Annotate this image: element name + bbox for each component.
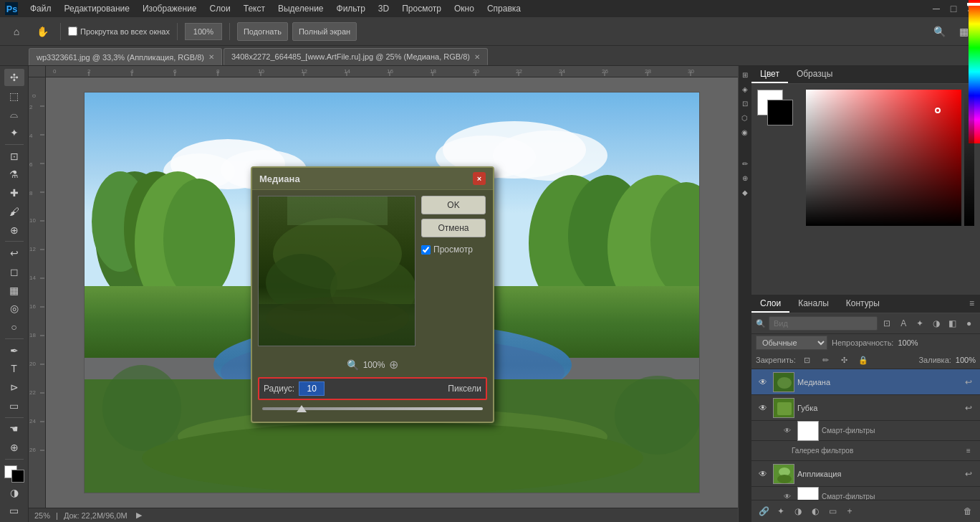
layer-name-filter[interactable]: A [897, 316, 911, 331]
mini-icon-5[interactable]: ◉ [739, 126, 751, 138]
mini-icon-6[interactable]: ✏ [739, 158, 751, 169]
type-tool[interactable]: T [4, 361, 24, 378]
modal-cancel-button[interactable]: Отмена [421, 219, 486, 237]
layer-type-filter[interactable]: ⊡ [880, 316, 894, 331]
modal-close-button[interactable]: × [473, 172, 486, 185]
fullscreen-button[interactable]: Полный экран [292, 22, 357, 41]
quick-mask-tool[interactable]: ◑ [4, 484, 24, 501]
tab-2[interactable]: 3408x2272_664485_[www.ArtFile.ru].jpg @ … [224, 48, 488, 65]
radius-slider-thumb[interactable] [297, 405, 307, 412]
brush-tool[interactable]: 🖌 [4, 203, 24, 220]
layer-smart-filters-2[interactable]: 👁 Смарт-фильтры [751, 487, 980, 500]
mini-icon-4[interactable]: ⬡ [739, 112, 751, 123]
hand-tool[interactable]: ☚ [4, 421, 24, 438]
mini-icon-8[interactable]: ◆ [739, 186, 751, 198]
tab-samples[interactable]: Образцы [788, 66, 841, 83]
screen-mode[interactable]: ▭ [4, 502, 24, 519]
add-layer-btn[interactable]: + [842, 503, 858, 519]
scroll-all-checkbox[interactable] [68, 27, 77, 36]
layer-smart-filters-1[interactable]: 👁 Смарт-фильтры [751, 421, 980, 441]
tab-layers[interactable]: Слои [751, 295, 789, 313]
marquee-tool[interactable]: ⬚ [4, 87, 24, 105]
blur-tool[interactable]: ◎ [4, 300, 24, 318]
add-adjustment-btn[interactable]: ◐ [807, 503, 823, 519]
radius-slider-track[interactable] [262, 407, 483, 410]
zoom-input[interactable] [185, 23, 222, 40]
lock-all-btn[interactable]: 🔒 [856, 353, 870, 367]
eraser-tool[interactable]: ◻ [4, 263, 24, 280]
window-maximize[interactable]: □ [947, 2, 960, 15]
menu-selection[interactable]: Выделение [272, 2, 330, 15]
dodge-tool[interactable]: ○ [4, 318, 24, 336]
opacity-slider[interactable] [964, 90, 974, 226]
history-brush[interactable]: ↩ [4, 245, 24, 262]
pen-tool[interactable]: ✒ [4, 342, 24, 359]
home-button[interactable]: ⌂ [6, 21, 27, 42]
layer-mediana-visibility[interactable]: 👁 [756, 375, 770, 389]
delete-layer-btn[interactable]: 🗑 [960, 503, 976, 519]
layer-mode-filter[interactable]: ◑ [929, 316, 943, 331]
tab-2-close[interactable]: ✕ [474, 53, 480, 61]
menu-edit[interactable]: Редактирование [59, 2, 135, 15]
eyedropper-tool[interactable]: ⚗ [4, 166, 24, 184]
add-mask-btn[interactable]: ◑ [790, 503, 806, 519]
add-style-btn[interactable]: ✦ [773, 503, 789, 519]
lock-transparent-btn[interactable]: ⊡ [800, 353, 815, 367]
layer-effect-filter[interactable]: ✦ [913, 316, 927, 331]
layer-mediana[interactable]: 👁 Медиана ↩ [751, 369, 980, 395]
mini-icon-3[interactable]: ⊡ [739, 98, 751, 109]
fit-button[interactable]: Подогнать [237, 22, 288, 41]
layers-tab-more[interactable]: ≡ [964, 295, 980, 313]
menu-layers[interactable]: Слои [204, 2, 236, 15]
tab-paths[interactable]: Контуры [837, 295, 888, 313]
layer-applikaciya-link[interactable]: ↩ [961, 467, 976, 481]
layer-smart-2-visibility[interactable]: 👁 [780, 490, 794, 500]
layer-gubka-visibility[interactable]: 👁 [756, 401, 770, 415]
layer-applikaciya-visibility[interactable]: 👁 [756, 467, 770, 481]
lasso-tool[interactable]: ⌓ [4, 105, 24, 123]
menu-file[interactable]: Файл [24, 2, 57, 15]
tab-color[interactable]: Цвет [751, 66, 788, 83]
lock-pixels-btn[interactable]: ✏ [819, 353, 833, 367]
heal-tool[interactable]: ✚ [4, 184, 24, 201]
modal-ok-button[interactable]: OK [421, 196, 486, 214]
link-layers-btn[interactable]: 🔗 [756, 503, 772, 519]
wand-tool[interactable]: ✦ [4, 124, 24, 141]
menu-view[interactable]: Просмотр [396, 2, 447, 15]
zoom-in-icon[interactable]: ⊕ [389, 358, 398, 371]
radius-slider-row[interactable] [258, 403, 487, 414]
mini-icon-1[interactable]: ⊞ [739, 69, 751, 80]
modal-preview-checkbox[interactable] [421, 245, 431, 255]
background-color-swatch[interactable] [767, 100, 793, 125]
zoom-tool[interactable]: ⊕ [4, 439, 24, 456]
menu-text[interactable]: Текст [238, 2, 271, 15]
search-icon[interactable]: 🔍 [928, 21, 950, 42]
shape-tool[interactable]: ▭ [4, 397, 24, 414]
path-select-tool[interactable]: ⊳ [4, 379, 24, 396]
layer-gubka-link[interactable]: ↩ [961, 401, 976, 415]
add-group-btn[interactable]: ▭ [825, 503, 840, 519]
layers-search-input[interactable] [769, 316, 878, 331]
crop-tool[interactable]: ⊡ [4, 148, 24, 165]
layer-mediana-link[interactable]: ↩ [961, 375, 976, 389]
menu-help[interactable]: Справка [481, 2, 527, 15]
layer-attr-filter[interactable]: ◧ [946, 316, 959, 331]
layer-gubka[interactable]: 👁 Губка ↩ [751, 395, 980, 421]
gradient-tool[interactable]: ▦ [4, 282, 24, 299]
radius-input[interactable] [299, 381, 325, 396]
menu-3d[interactable]: 3D [373, 2, 395, 15]
zoom-out-icon[interactable]: 🔍 [347, 359, 359, 371]
menu-window[interactable]: Окно [448, 2, 480, 15]
window-minimize[interactable]: ─ [930, 2, 943, 15]
lock-position-btn[interactable]: ✣ [837, 353, 852, 367]
layer-gallery-1[interactable]: Галерея фильтров ≡ [751, 441, 980, 461]
mini-icon-2[interactable]: ◈ [739, 83, 751, 95]
menu-filter[interactable]: Фильтр [331, 2, 371, 15]
blend-mode-select[interactable]: Обычные [756, 336, 827, 350]
tab-1-close[interactable]: ✕ [208, 53, 214, 61]
layer-smart-1-visibility[interactable]: 👁 [780, 424, 794, 438]
menu-image[interactable]: Изображение [137, 2, 203, 15]
color-gradient-field[interactable] [806, 90, 961, 226]
pan-tool-button[interactable]: ✋ [32, 21, 53, 42]
clone-tool[interactable]: ⊕ [4, 222, 24, 239]
